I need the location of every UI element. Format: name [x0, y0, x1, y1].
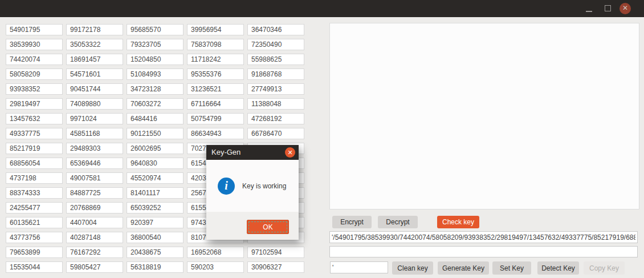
key-cell-input[interactable]: [127, 247, 184, 258]
key-cell-input[interactable]: [247, 113, 304, 124]
key-cell-input[interactable]: [127, 261, 184, 273]
key-cell-input[interactable]: [187, 83, 244, 95]
key-cell-input[interactable]: [127, 54, 184, 65]
key-cell-input[interactable]: [127, 202, 184, 213]
key-cell-input[interactable]: [127, 39, 184, 50]
dialog-close-icon[interactable]: ✕: [285, 147, 295, 158]
keygen-dialog: Key-Gen ✕ i Key is working OK: [206, 145, 299, 240]
close-icon[interactable]: ✕: [619, 3, 631, 14]
key-cell-input[interactable]: [187, 39, 244, 50]
key-cell-input[interactable]: [247, 83, 304, 95]
key-cell-input[interactable]: [6, 128, 63, 139]
keygen-window: ✕ Encrypt Decrypt Check key Clean key Ge…: [0, 0, 644, 278]
check-key-button[interactable]: Check key: [437, 216, 479, 228]
key-cell-input[interactable]: [247, 247, 304, 258]
key-cell-input[interactable]: [127, 187, 184, 199]
key-cell-input[interactable]: [247, 98, 304, 110]
key-cell-input[interactable]: [66, 247, 123, 258]
key-cell-input[interactable]: [187, 261, 244, 273]
key-cell-input[interactable]: [187, 69, 244, 80]
key-cell-input[interactable]: [127, 69, 184, 80]
key-cell-input[interactable]: [66, 39, 123, 50]
maximize-icon[interactable]: [605, 5, 611, 11]
ok-button[interactable]: OK: [247, 220, 289, 234]
key-cell-input[interactable]: [66, 83, 123, 95]
key-cell-input[interactable]: [6, 83, 63, 95]
key-cell-input[interactable]: [187, 98, 244, 110]
key-cell-input[interactable]: [6, 24, 63, 35]
minimize-icon[interactable]: [586, 11, 592, 12]
key-cell-input[interactable]: [6, 98, 63, 110]
key-prefix-field[interactable]: [330, 261, 388, 273]
key-cell-input[interactable]: [66, 98, 123, 110]
key-cell-input[interactable]: [247, 54, 304, 65]
key-cell-input[interactable]: [127, 158, 184, 169]
key-cell-input[interactable]: [247, 261, 304, 273]
dialog-titlebar: Key-Gen ✕: [206, 145, 299, 160]
key-cell-input[interactable]: [66, 202, 123, 213]
key-cell-input[interactable]: [187, 24, 244, 35]
key-cell-input[interactable]: [127, 98, 184, 110]
key-cell-input[interactable]: [6, 39, 63, 50]
key-cell-input[interactable]: [127, 83, 184, 95]
key-cell-input[interactable]: [66, 113, 123, 124]
key-cell-input[interactable]: [127, 232, 184, 243]
key-cell-input[interactable]: [66, 143, 123, 154]
titlebar: ✕: [0, 0, 644, 17]
key-cell-input[interactable]: [127, 128, 184, 139]
key-cell-input[interactable]: [127, 172, 184, 184]
key-cell-input[interactable]: [187, 54, 244, 65]
key-cell-input[interactable]: [187, 247, 244, 258]
key-cell-input[interactable]: [127, 113, 184, 124]
clean-key-button[interactable]: Clean key: [392, 261, 433, 275]
key-cell-input[interactable]: [6, 232, 63, 243]
key-cell-input[interactable]: [6, 202, 63, 213]
generate-key-button[interactable]: Generate Key: [438, 261, 489, 275]
key-cell-input[interactable]: [127, 24, 184, 35]
key-cell-input[interactable]: [66, 54, 123, 65]
key-input-field[interactable]: [329, 246, 638, 257]
key-cell-input[interactable]: [247, 24, 304, 35]
key-cell-input[interactable]: [6, 172, 63, 184]
key-cell-input[interactable]: [6, 261, 63, 273]
key-cell-input[interactable]: [127, 143, 184, 154]
key-cell-input[interactable]: [247, 128, 304, 139]
key-cell-input[interactable]: [247, 39, 304, 50]
detect-key-button[interactable]: Detect Key: [537, 261, 579, 275]
dialog-footer: OK: [206, 212, 299, 240]
key-cell-input[interactable]: [66, 217, 123, 228]
key-cell-input[interactable]: [6, 247, 63, 258]
key-cell-input[interactable]: [187, 128, 244, 139]
key-cell-input[interactable]: [6, 158, 63, 169]
dialog-body: i Key is working: [206, 160, 299, 212]
key-cell-input[interactable]: [127, 217, 184, 228]
key-cell-input[interactable]: [247, 69, 304, 80]
encrypt-button[interactable]: Encrypt: [332, 216, 372, 228]
info-icon: i: [218, 178, 235, 195]
dialog-message: Key is working: [242, 182, 286, 190]
output-textarea[interactable]: [329, 23, 639, 209]
key-cell-input[interactable]: [6, 143, 63, 154]
key-cell-input[interactable]: [187, 113, 244, 124]
key-cell-input[interactable]: [6, 54, 63, 65]
dialog-title: Key-Gen: [211, 145, 241, 160]
key-cell-input[interactable]: [6, 69, 63, 80]
key-cell-input[interactable]: [6, 187, 63, 199]
key-cell-input[interactable]: [66, 187, 123, 199]
key-cell-input[interactable]: [66, 128, 123, 139]
key-cell-input[interactable]: [6, 113, 63, 124]
key-cell-input[interactable]: [6, 217, 63, 228]
key-cell-input[interactable]: [66, 261, 123, 273]
key-cell-input[interactable]: [66, 24, 123, 35]
key-cell-input[interactable]: [66, 158, 123, 169]
key-display-field[interactable]: [329, 231, 638, 243]
key-cell-input[interactable]: [66, 172, 123, 184]
set-key-button[interactable]: Set Key: [492, 261, 531, 275]
key-cell-input[interactable]: [66, 69, 123, 80]
key-cell-input[interactable]: [66, 232, 123, 243]
copy-key-button: Copy Key: [584, 261, 625, 275]
decrypt-button[interactable]: Decrypt: [378, 216, 418, 228]
